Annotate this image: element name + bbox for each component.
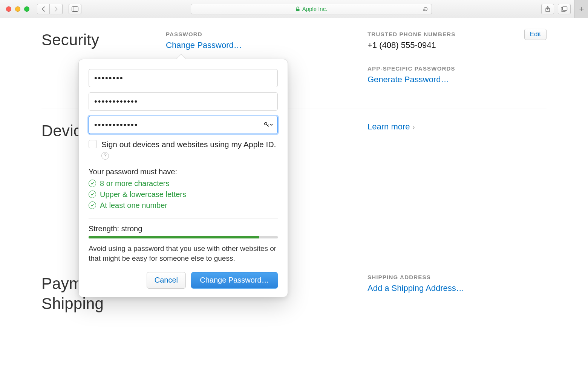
current-password-field[interactable]: •••••••• (89, 69, 278, 87)
learn-more-label: Learn more (368, 122, 410, 131)
new-password-mask: •••••••••••• (94, 97, 138, 106)
password-hint: Avoid using a password that you use with… (89, 244, 278, 264)
svg-rect-2 (296, 9, 299, 11)
trusted-phone-header: TRUSTED PHONE NUMBERS (368, 31, 547, 37)
signout-devices-row: Sign out devices and websites using my A… (89, 139, 278, 161)
current-password-mask: •••••••• (94, 73, 124, 83)
learn-more-link[interactable]: Learn more › (368, 122, 415, 131)
strength-bar-fill (89, 236, 259, 238)
req-case: Upper & lowercase letters (89, 190, 278, 199)
address-bar-content: Apple Inc. (296, 6, 328, 12)
chevron-right-icon: › (411, 123, 415, 131)
svg-rect-5 (563, 6, 567, 10)
right-toolbar (541, 4, 571, 14)
window-controls (6, 6, 29, 12)
edit-security-button[interactable]: Edit (524, 29, 547, 40)
confirm-password-mask: •••••••••••• (94, 120, 138, 130)
tabs-button[interactable] (558, 4, 571, 14)
generate-password-link[interactable]: Generate Password… (368, 75, 547, 85)
popover-buttons: Cancel Change Password… (89, 272, 278, 289)
cancel-button[interactable]: Cancel (147, 272, 186, 289)
req-length-label: 8 or more characters (100, 179, 170, 188)
strength-bar (89, 236, 278, 238)
back-button[interactable] (37, 4, 50, 14)
nav-buttons (37, 4, 63, 14)
confirm-password-field[interactable]: •••••••••••• (89, 116, 278, 134)
reload-icon[interactable] (423, 6, 429, 12)
req-number: At least one number (89, 201, 278, 210)
signout-devices-checkbox[interactable] (89, 140, 97, 148)
check-circle-icon (89, 180, 96, 187)
change-password-button[interactable]: Change Password… (191, 272, 278, 289)
req-number-label: At least one number (100, 201, 167, 210)
change-password-link[interactable]: Change Password… (166, 40, 345, 50)
reqs-title: Your password must have: (89, 168, 278, 176)
new-tab-button[interactable] (574, 0, 588, 18)
minimize-window-icon[interactable] (15, 6, 20, 12)
lock-icon (296, 6, 300, 12)
share-button[interactable] (541, 4, 554, 14)
shipping-header: SHIPPING ADDRESS (368, 274, 547, 280)
sidebar-toggle-button[interactable] (69, 4, 81, 14)
strength-row: Strength: strong Avoid using a password … (89, 218, 278, 264)
check-circle-icon (89, 191, 96, 198)
address-bar[interactable]: Apple Inc. (191, 4, 432, 14)
signout-devices-label: Sign out devices and websites using my A… (101, 139, 278, 161)
close-window-icon[interactable] (6, 6, 11, 12)
check-circle-icon (89, 201, 96, 209)
forward-button[interactable] (50, 4, 63, 14)
app-specific-header: APP-SPECIFIC PASSWORDS (368, 65, 547, 72)
safari-toolbar: Apple Inc. (0, 0, 588, 18)
req-case-label: Upper & lowercase letters (100, 190, 186, 199)
strength-label: Strength: strong (89, 224, 278, 233)
key-icon[interactable] (264, 122, 273, 128)
trusted-phone-value: +1 (408) 555-0941 (368, 40, 547, 50)
svg-rect-0 (72, 6, 78, 11)
password-header: PASSWORD (166, 31, 345, 37)
page-content: Security PASSWORD Change Password… TRUST… (0, 18, 588, 369)
fullscreen-window-icon[interactable] (24, 6, 29, 12)
new-password-field[interactable]: •••••••••••• (89, 92, 278, 111)
add-shipping-link[interactable]: Add a Shipping Address… (368, 283, 547, 293)
site-label: Apple Inc. (302, 6, 328, 12)
help-icon[interactable]: ? (101, 152, 109, 160)
req-length: 8 or more characters (89, 179, 278, 188)
change-password-popover: •••••••• •••••••••••• •••••••••••• Sign … (78, 59, 288, 297)
